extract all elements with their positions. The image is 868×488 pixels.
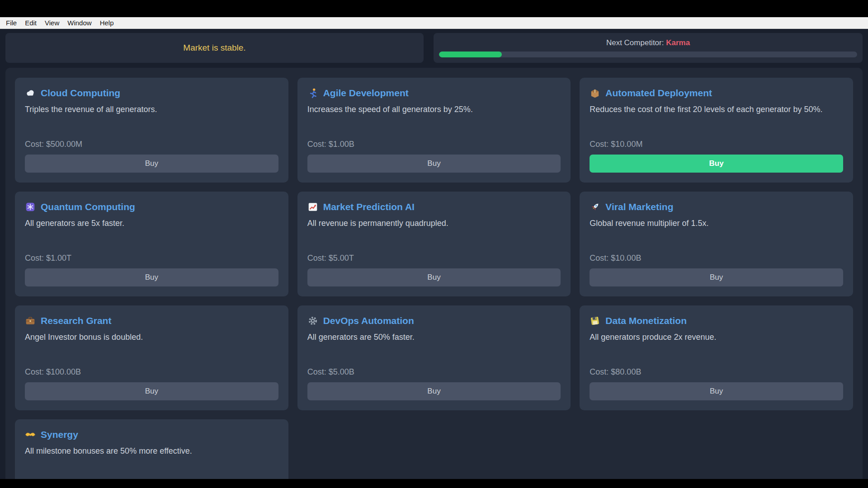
upgrade-title: Quantum Computing [41, 202, 135, 212]
buy-button[interactable]: Buy [25, 268, 278, 286]
upgrade-cost: Cost: $10.00M [590, 140, 843, 149]
upgrade-title: DevOps Automation [323, 315, 414, 326]
upgrades-grid: Cloud Computing Triples the revenue of a… [15, 78, 853, 488]
bottom-black-bar [0, 479, 868, 488]
menu-help[interactable]: Help [96, 19, 118, 27]
upgrade-title: Research Grant [41, 315, 111, 326]
buy-button[interactable]: Buy [590, 382, 843, 400]
menu-edit[interactable]: Edit [21, 19, 41, 27]
cloud-icon [25, 88, 36, 99]
upgrade-description: All generators produce 2x revenue. [590, 332, 843, 343]
upgrade-description: Global revenue multiplier of 1.5x. [590, 218, 843, 229]
upgrade-cost: Cost: $80.00B [590, 367, 843, 377]
upgrade-cost: Cost: $5.00B [307, 367, 561, 377]
upgrade-title-row: Market Prediction AI [307, 202, 561, 212]
upgrade-title-row: Agile Development [307, 88, 561, 99]
app-content: Market is stable. Next Competitor: Karma… [0, 29, 868, 488]
upgrade-cost: Cost: $1.00B [307, 140, 561, 149]
upgrade-card-viral-marketing: Viral Marketing Global revenue multiplie… [580, 192, 853, 296]
market-status-message: Market is stable. [183, 43, 245, 53]
status-row: Market is stable. Next Competitor: Karma [5, 33, 863, 63]
upgrade-title: Market Prediction AI [323, 202, 415, 212]
buy-button[interactable]: Buy [590, 268, 843, 286]
market-status-panel: Market is stable. [5, 33, 424, 63]
menu-view[interactable]: View [41, 19, 63, 27]
chart-increasing-icon [307, 202, 318, 212]
buy-button[interactable]: Buy [25, 155, 278, 173]
upgrades-container: Cloud Computing Triples the revenue of a… [5, 68, 863, 488]
package-icon [590, 88, 600, 99]
briefcase-icon [25, 315, 36, 326]
menubar: File Edit View Window Help [0, 17, 868, 29]
top-black-bar [0, 0, 868, 17]
upgrade-title-row: Synergy [25, 429, 278, 440]
handshake-icon [25, 429, 36, 440]
buy-button[interactable]: Buy [307, 268, 561, 286]
upgrade-card-cloud-computing: Cloud Computing Triples the revenue of a… [15, 78, 288, 183]
buy-button[interactable]: Buy [25, 382, 278, 400]
upgrade-description: Angel Investor bonus is doubled. [25, 332, 278, 343]
floppy-disk-icon [590, 315, 600, 326]
upgrade-card-market-prediction-ai: Market Prediction AI All revenue is perm… [297, 192, 571, 296]
runner-icon [307, 88, 318, 99]
upgrade-cost: Cost: $1.00T [25, 253, 278, 263]
buy-button[interactable]: Buy [590, 155, 843, 173]
competitor-progress-track [439, 52, 857, 57]
rocket-icon [590, 202, 600, 212]
upgrade-card-automated-deployment: Automated Deployment Reduces the cost of… [580, 78, 853, 183]
upgrade-cost: Cost: $100.00B [25, 367, 278, 377]
quantum-chip-icon [25, 202, 36, 212]
upgrade-title: Viral Marketing [605, 202, 673, 212]
upgrade-description: All milestone bonuses are 50% more effec… [25, 446, 278, 457]
buy-button[interactable]: Buy [307, 155, 561, 173]
upgrade-description: Reduces the cost of the first 20 levels … [590, 104, 843, 115]
upgrade-card-data-monetization: Data Monetization All generators produce… [580, 305, 853, 410]
upgrade-title: Automated Deployment [605, 88, 712, 99]
upgrade-description: Triples the revenue of all generators. [25, 104, 278, 115]
upgrade-title-row: DevOps Automation [307, 315, 561, 326]
upgrade-cost: Cost: $500.00M [25, 140, 278, 149]
upgrade-title-row: Automated Deployment [590, 88, 843, 99]
upgrade-title-row: Viral Marketing [590, 202, 843, 212]
buy-button[interactable]: Buy [307, 382, 561, 400]
gear-icon [307, 315, 318, 326]
upgrade-title: Data Monetization [605, 315, 687, 326]
upgrade-card-devops-automation: DevOps Automation All generators are 50%… [297, 305, 571, 410]
upgrade-description: All generators are 50% faster. [307, 332, 561, 343]
competitor-label-text: Next Competitor: [606, 38, 666, 47]
menu-window[interactable]: Window [63, 19, 95, 27]
upgrade-cost: Cost: $10.00B [590, 253, 843, 263]
competitor-progress-fill [439, 52, 502, 57]
upgrade-description: Increases the speed of all generators by… [307, 104, 561, 115]
upgrade-title-row: Cloud Computing [25, 88, 278, 99]
upgrade-title-row: Quantum Computing [25, 202, 278, 212]
upgrade-card-quantum-computing: Quantum Computing All generators are 5x … [15, 192, 288, 296]
competitor-name: Karma [666, 38, 690, 47]
competitor-label: Next Competitor: Karma [439, 38, 857, 47]
upgrade-card-agile-development: Agile Development Increases the speed of… [297, 78, 571, 183]
menu-file[interactable]: File [2, 19, 21, 27]
upgrade-title-row: Data Monetization [590, 315, 843, 326]
upgrade-card-research-grant: Research Grant Angel Investor bonus is d… [15, 305, 288, 410]
upgrade-title: Agile Development [323, 88, 409, 99]
upgrade-title: Cloud Computing [41, 88, 120, 99]
upgrade-title: Synergy [41, 429, 78, 440]
competitor-panel: Next Competitor: Karma [434, 33, 863, 63]
upgrade-card-synergy: Synergy All milestone bonuses are 50% mo… [15, 419, 288, 488]
upgrade-description: All generators are 5x faster. [25, 218, 278, 229]
upgrade-description: All revenue is permanently quadrupled. [307, 218, 561, 229]
upgrade-title-row: Research Grant [25, 315, 278, 326]
upgrade-cost: Cost: $5.00T [307, 253, 561, 263]
